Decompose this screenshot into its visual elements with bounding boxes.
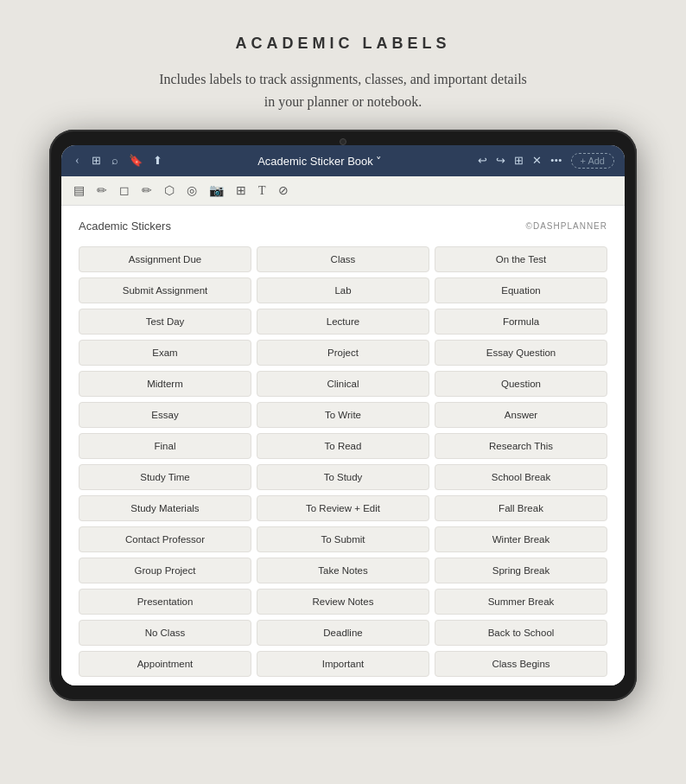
label-cell: Summer Break <box>435 589 607 615</box>
label-cell: Formula <box>435 309 607 335</box>
label-cell: Contact Professor <box>79 526 251 552</box>
image-icon[interactable]: ⊞ <box>236 183 246 198</box>
label-cell: Appointment <box>79 651 251 677</box>
label-cell: No Class <box>79 620 251 646</box>
label-cell: Back to School <box>435 620 607 646</box>
label-cell: Equation <box>435 277 607 303</box>
label-cell: Spring Break <box>435 558 607 583</box>
label-cell: Lecture <box>257 309 429 335</box>
back-button[interactable]: ‹ <box>72 152 83 169</box>
page-title: ACADEMIC LABELS <box>153 35 533 53</box>
label-cell: On the Test <box>435 246 607 272</box>
label-grid: Assignment DueClassOn the TestSubmit Ass… <box>79 246 607 677</box>
shape-icon[interactable]: ⬡ <box>164 183 175 198</box>
share-icon[interactable]: ⬆ <box>153 154 162 168</box>
content-header: Academic Stickers ©DASHPLANNER <box>79 220 607 233</box>
camera-icon[interactable]: 📷 <box>209 183 224 198</box>
label-cell: Essay Question <box>435 340 607 366</box>
add-button[interactable]: + Add <box>571 153 614 169</box>
text-icon[interactable]: T <box>258 184 266 198</box>
search-icon[interactable]: ⌕ <box>111 154 118 168</box>
label-cell: Take Notes <box>257 558 429 583</box>
label-cell: Deadline <box>257 620 429 646</box>
toolbar-icon-group: ⊞ ⌕ 🔖 ⬆ <box>92 154 162 168</box>
toolbar-right-icons: ↩ ↪ ⊞ ✕ ••• + Add <box>478 153 614 169</box>
tablet-camera <box>340 138 346 145</box>
label-cell: Project <box>257 340 429 366</box>
app-toolbar: ‹ ⊞ ⌕ 🔖 ⬆ Academic Sticker Book ˅ ↩ ↪ ⊞ … <box>61 145 625 176</box>
more-icon[interactable]: ••• <box>550 154 562 168</box>
content-area: Academic Stickers ©DASHPLANNER Assignmen… <box>61 206 625 685</box>
page-subtitle: Includes labels to track assignments, cl… <box>153 68 533 112</box>
label-cell: Question <box>435 371 607 397</box>
page-header: ACADEMIC LABELS Includes labels to track… <box>136 0 550 130</box>
label-cell: Lab <box>257 277 429 303</box>
toolbar-title: Academic Sticker Book ˅ <box>171 155 469 168</box>
grid-icon[interactable]: ⊞ <box>92 154 101 168</box>
lasso-icon[interactable]: ◎ <box>187 183 197 198</box>
label-cell: Study Time <box>79 464 251 490</box>
label-cell: Midterm <box>79 371 251 397</box>
tool-bar-secondary: ▤ ✏ ◻ ✏ ⬡ ◎ 📷 ⊞ T ⊘ <box>61 176 625 206</box>
label-cell: Essay <box>79 402 251 428</box>
label-cell: To Write <box>257 402 429 428</box>
eraser-icon[interactable]: ◻ <box>119 183 130 198</box>
label-cell: Class <box>257 246 429 272</box>
bookmark-icon[interactable]: 🔖 <box>129 154 143 168</box>
label-cell: Exam <box>79 340 251 366</box>
pencil-icon[interactable]: ✏ <box>97 183 107 198</box>
close-icon[interactable]: ✕ <box>532 154 542 168</box>
label-cell: Group Project <box>79 558 251 583</box>
redo-icon[interactable]: ↪ <box>496 154 505 168</box>
label-cell: Study Materials <box>79 495 251 521</box>
label-cell: Assignment Due <box>79 246 251 272</box>
label-cell: Test Day <box>79 309 251 335</box>
save-icon[interactable]: ⊞ <box>514 154 524 168</box>
label-cell: Clinical <box>257 371 429 397</box>
label-cell: Review Notes <box>257 589 429 615</box>
label-cell: Winter Break <box>435 526 607 552</box>
label-cell: To Submit <box>257 526 429 552</box>
label-cell: Class Begins <box>435 651 607 677</box>
tablet-screen: ‹ ⊞ ⌕ 🔖 ⬆ Academic Sticker Book ˅ ↩ ↪ ⊞ … <box>61 145 625 685</box>
label-cell: Presentation <box>79 589 251 615</box>
label-cell: Final <box>79 433 251 459</box>
label-cell: Submit Assignment <box>79 277 251 303</box>
label-cell: To Review + Edit <box>257 495 429 521</box>
label-cell: To Read <box>257 433 429 459</box>
label-cell: Answer <box>435 402 607 428</box>
label-cell: Fall Break <box>435 495 607 521</box>
marker-icon[interactable]: ✏ <box>142 183 152 198</box>
section-title: Academic Stickers <box>79 220 171 233</box>
sidebar-icon[interactable]: ▤ <box>73 183 85 198</box>
label-cell: Important <box>257 651 429 677</box>
tablet-device: ‹ ⊞ ⌕ 🔖 ⬆ Academic Sticker Book ˅ ↩ ↪ ⊞ … <box>49 130 637 701</box>
label-cell: Research This <box>435 433 607 459</box>
link-icon[interactable]: ⊘ <box>278 183 289 198</box>
label-cell: To Study <box>257 464 429 490</box>
label-cell: School Break <box>435 464 607 490</box>
brand-label: ©DASHPLANNER <box>526 221 607 231</box>
undo-icon[interactable]: ↩ <box>478 154 487 168</box>
